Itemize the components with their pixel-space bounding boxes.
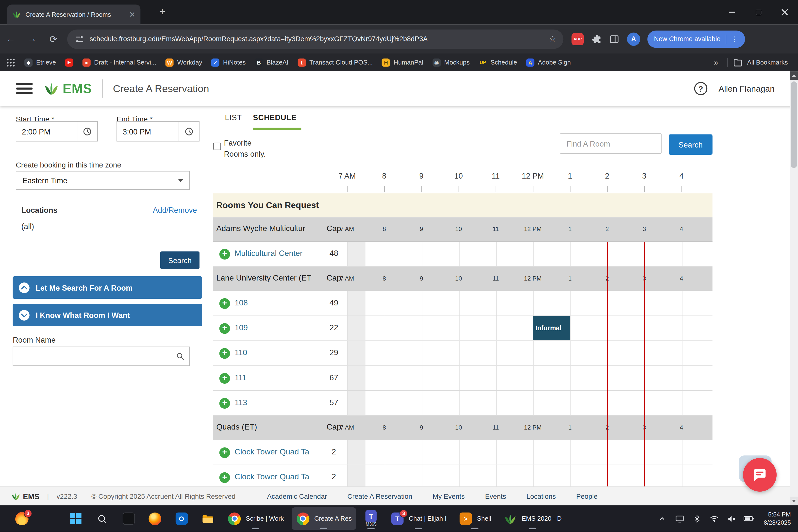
extensions-puzzle-icon[interactable]	[591, 34, 602, 44]
bookmark-item[interactable]: ✓HiNotes	[207, 56, 250, 69]
room-name-link[interactable]: 111	[235, 373, 247, 382]
reload-button[interactable]: ⟳	[43, 33, 64, 44]
chrome-update-button[interactable]: New Chrome available ⋮	[647, 30, 745, 48]
taskbar-dark-app-button[interactable]	[117, 507, 140, 530]
all-bookmarks-button[interactable]: All Bookmarks	[733, 57, 788, 67]
add-room-icon[interactable]: +	[220, 298, 230, 309]
room-name-link[interactable]: Clock Tower Quad Ta	[235, 472, 309, 481]
add-room-icon[interactable]: +	[220, 472, 230, 483]
favorite-rooms-checkbox[interactable]	[213, 142, 221, 150]
add-room-icon[interactable]: +	[220, 348, 230, 359]
help-icon[interactable]: ?	[694, 82, 707, 95]
sidebar-search-button[interactable]: Search	[160, 251, 200, 269]
battery-icon[interactable]	[743, 513, 754, 524]
bluetooth-icon[interactable]	[691, 513, 702, 524]
taskbar-search-button[interactable]	[91, 507, 114, 530]
taskbar-teams-button[interactable]: T3Chat | Elijah I	[386, 507, 451, 530]
find-a-room-input[interactable]	[560, 133, 662, 154]
bookmark-star-icon[interactable]: ☆	[549, 34, 556, 43]
footer-link[interactable]: Events	[485, 492, 506, 500]
room-timeline[interactable]	[347, 316, 712, 340]
taskbar-teams-button[interactable]: TM365	[359, 507, 383, 530]
footer-link[interactable]: People	[576, 492, 597, 500]
room-timeline[interactable]	[347, 440, 712, 464]
taskbar-flame-button[interactable]: 3	[10, 507, 34, 530]
search-icon[interactable]	[171, 352, 189, 361]
room-name-input[interactable]	[13, 352, 171, 361]
tray-chevron-up-icon[interactable]	[657, 513, 667, 524]
adblock-icon[interactable]: ABP	[571, 33, 584, 45]
add-room-icon[interactable]: +	[220, 373, 230, 384]
new-tab-button[interactable]: +	[156, 6, 169, 18]
add-room-icon[interactable]: +	[220, 447, 230, 458]
user-menu[interactable]: Allen Flanagan	[719, 84, 774, 93]
clock-icon[interactable]	[178, 122, 199, 141]
tab-close-icon[interactable]: ✕	[129, 11, 135, 18]
chat-widget-button[interactable]	[743, 458, 777, 492]
taskbar-shell-button[interactable]: >Shell	[454, 507, 496, 530]
room-timeline[interactable]	[347, 242, 712, 266]
bookmark-item[interactable]: AAdobe Sign	[522, 56, 575, 69]
profile-avatar[interactable]: A	[627, 32, 640, 45]
scrollbar-up-arrow[interactable]	[790, 71, 798, 80]
side-panel-icon[interactable]	[609, 34, 619, 44]
taskbar-file-explorer-button[interactable]	[196, 507, 220, 530]
add-room-icon[interactable]: +	[220, 249, 230, 259]
scrollbar-down-arrow[interactable]	[790, 497, 798, 506]
back-button[interactable]: ←	[0, 34, 21, 44]
room-timeline[interactable]	[347, 366, 712, 391]
accordion-search-room[interactable]: Let Me Search For A Room	[13, 276, 202, 299]
footer-link[interactable]: Academic Calendar	[267, 492, 327, 500]
room-timeline[interactable]	[347, 341, 712, 365]
accordion-know-room[interactable]: I Know What Room I Want	[13, 304, 202, 326]
page-scrollbar[interactable]	[790, 71, 798, 506]
system-tray[interactable]: 5:54 PM 8/28/2025	[657, 510, 791, 527]
taskbar-ems-button[interactable]: EMS 2020 - D	[499, 507, 566, 530]
room-name-link[interactable]: 108	[235, 298, 248, 307]
bookmark-item[interactable]: HHumanPal	[378, 56, 427, 69]
taskbar-firefox-button[interactable]	[144, 507, 167, 530]
room-name-link[interactable]: Clock Tower Quad Ta	[235, 447, 309, 456]
taskbar-chrome-button[interactable]: Create A Res	[291, 507, 356, 530]
bookmark-item[interactable]: BBlazeAI	[251, 56, 292, 69]
room-name-link[interactable]: 113	[235, 398, 247, 407]
tab-list[interactable]: LIST	[225, 113, 242, 122]
taskbar-clock[interactable]: 5:54 PM 8/28/2025	[764, 510, 791, 527]
add-room-icon[interactable]: +	[220, 323, 230, 334]
booking-block[interactable]: Informal	[533, 316, 570, 340]
taskbar-outlook-button[interactable]: O	[170, 507, 193, 530]
bookmark-item[interactable]: UPSchedule	[475, 56, 521, 69]
volume-muted-icon[interactable]	[726, 513, 737, 524]
bookmarks-overflow-icon[interactable]: »	[714, 58, 718, 67]
ems-logo[interactable]: EMS	[44, 81, 92, 97]
room-name-link[interactable]: 109	[235, 323, 248, 332]
footer-link[interactable]: Locations	[526, 492, 556, 500]
wifi-icon[interactable]	[709, 513, 719, 524]
display-icon[interactable]	[674, 513, 685, 524]
maximize-button[interactable]	[745, 0, 772, 24]
hamburger-menu-icon[interactable]	[16, 80, 33, 97]
bookmark-item[interactable]: tTransact Cloud POS...	[293, 56, 377, 69]
add-remove-link[interactable]: Add/Remove	[153, 206, 197, 214]
bookmark-item[interactable]: WWorkday	[161, 56, 206, 69]
kebab-menu-icon[interactable]: ⋮	[731, 35, 738, 43]
address-bar[interactable]: schedule.frostburg.edu/EmsWebApp/RoomReq…	[67, 29, 564, 49]
bookmark-item[interactable]: ◆Etrieve	[20, 56, 60, 69]
site-info-icon[interactable]	[74, 34, 84, 44]
room-timeline[interactable]	[347, 291, 712, 316]
close-window-button[interactable]	[772, 0, 798, 24]
apps-grid-icon[interactable]	[6, 58, 15, 67]
browser-tab[interactable]: Create A Reservation / Rooms ✕	[7, 5, 140, 25]
forward-button[interactable]: →	[21, 34, 43, 44]
bookmark-item[interactable]: ●Draft - Internal Servi...	[78, 56, 160, 69]
taskbar-chrome-button[interactable]: Scribe | Work	[223, 507, 288, 530]
taskbar-start-button[interactable]	[64, 507, 88, 530]
end-time-input[interactable]	[117, 122, 178, 141]
room-timeline[interactable]	[347, 391, 712, 415]
bookmark-item[interactable]: ◉Mockups	[428, 56, 474, 69]
clock-icon[interactable]	[77, 122, 97, 141]
room-name-link[interactable]: 110	[235, 348, 247, 357]
timezone-select[interactable]: Eastern Time	[16, 171, 190, 190]
room-name-link[interactable]: Multicultural Center	[235, 249, 303, 258]
minimize-button[interactable]	[719, 0, 745, 24]
